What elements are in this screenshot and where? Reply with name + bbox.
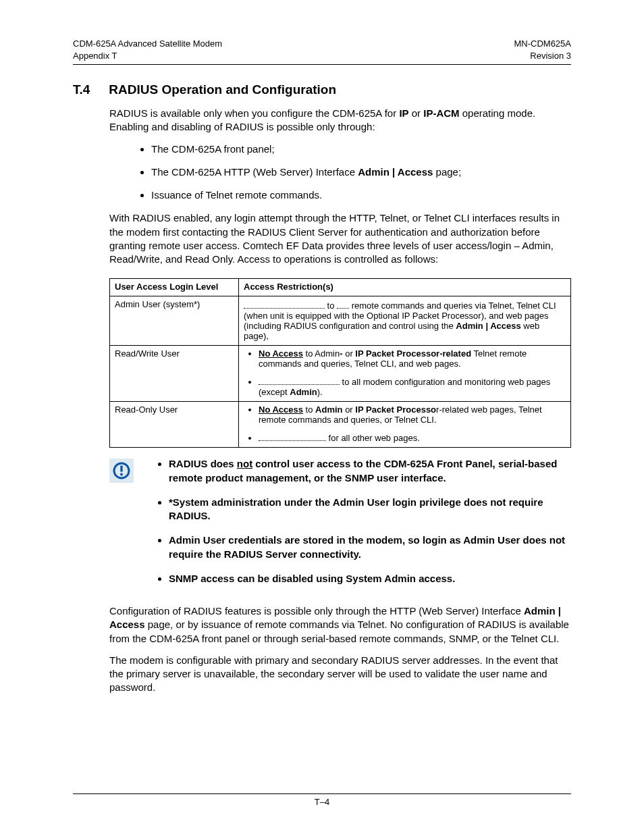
redacted-span [259, 432, 326, 441]
servers-paragraph: The modem is configurable with primary a… [109, 654, 571, 695]
intro-paragraph: RADIUS is available only when you config… [109, 107, 571, 134]
note-block: RADIUS does not control user access to t… [109, 457, 571, 602]
enable-methods-list: The CDM-625A front panel; The CDM-625A H… [109, 142, 571, 203]
section-heading: T.4 RADIUS Operation and Configuration [73, 82, 571, 97]
header-product: CDM-625A Advanced Satellite Modem [73, 38, 222, 50]
table-row: Admin User (system*) to remote commands … [110, 296, 571, 346]
list-item: The CDM-625A HTTP (Web Server) Interface… [151, 165, 571, 179]
cell-restriction: to remote commands and queries via Telne… [239, 296, 571, 346]
redacted-span [337, 299, 349, 309]
header-docnum: MN-CDM625A [514, 38, 571, 50]
body-continued: Configuration of RADIUS features is poss… [109, 604, 571, 695]
page-header: CDM-625A Advanced Satellite Modem Append… [73, 38, 571, 61]
table-row: Read/Write User No Access to Admin- or I… [110, 346, 571, 402]
list-item: The CDM-625A front panel; [151, 142, 571, 156]
header-rule [73, 64, 571, 65]
header-right: MN-CDM625A Revision 3 [514, 38, 571, 61]
header-left: CDM-625A Advanced Satellite Modem Append… [73, 38, 222, 61]
cell-level: Read/Write User [110, 346, 239, 402]
page: CDM-625A Advanced Satellite Modem Append… [0, 0, 644, 834]
note-list: RADIUS does not control user access to t… [143, 457, 571, 592]
list-item: for all other web pages. [259, 432, 566, 443]
svg-point-2 [120, 473, 123, 476]
footer-rule [73, 793, 571, 794]
access-table: User Access Login Level Access Restricti… [109, 278, 571, 448]
list-item: RADIUS does not control user access to t… [169, 457, 571, 485]
cell-restriction: No Access to Admin or IP Packet Processo… [239, 402, 571, 448]
header-appendix: Appendix T [73, 50, 222, 62]
list-item: No Access to Admin or IP Packet Processo… [259, 405, 566, 425]
list-item: Issuance of Telnet remote commands. [151, 188, 571, 202]
list-item: No Access to Admin- or IP Packet Process… [259, 348, 566, 369]
radius-enabled-paragraph: With RADIUS enabled, any login attempt t… [109, 211, 571, 266]
list-item: to all modem configuration and monitorin… [259, 375, 566, 397]
list-item: *System administration under the Admin U… [169, 496, 571, 523]
col-header-restriction: Access Restriction(s) [239, 279, 571, 296]
alert-icon [109, 459, 134, 483]
redacted-span [244, 299, 325, 309]
cell-level: Read-Only User [110, 402, 239, 448]
heading-number: T.4 [73, 82, 90, 97]
header-revision: Revision 3 [514, 50, 571, 62]
heading-title: RADIUS Operation and Configuration [109, 82, 336, 97]
table-row: Read-Only User No Access to Admin or IP … [110, 402, 571, 448]
body: RADIUS is available only when you config… [109, 107, 571, 448]
cell-restriction: No Access to Admin- or IP Packet Process… [239, 346, 571, 402]
page-footer: T–4 [73, 793, 571, 807]
svg-rect-1 [120, 466, 122, 472]
redacted-span [259, 375, 340, 385]
list-item: Admin User credentials are stored in the… [169, 533, 571, 561]
page-number: T–4 [315, 797, 329, 807]
col-header-level: User Access Login Level [110, 279, 239, 296]
table-header-row: User Access Login Level Access Restricti… [110, 279, 571, 296]
config-paragraph: Configuration of RADIUS features is poss… [109, 604, 571, 646]
cell-level: Admin User (system*) [110, 296, 239, 346]
list-item: SNMP access can be disabled using System… [169, 572, 571, 585]
